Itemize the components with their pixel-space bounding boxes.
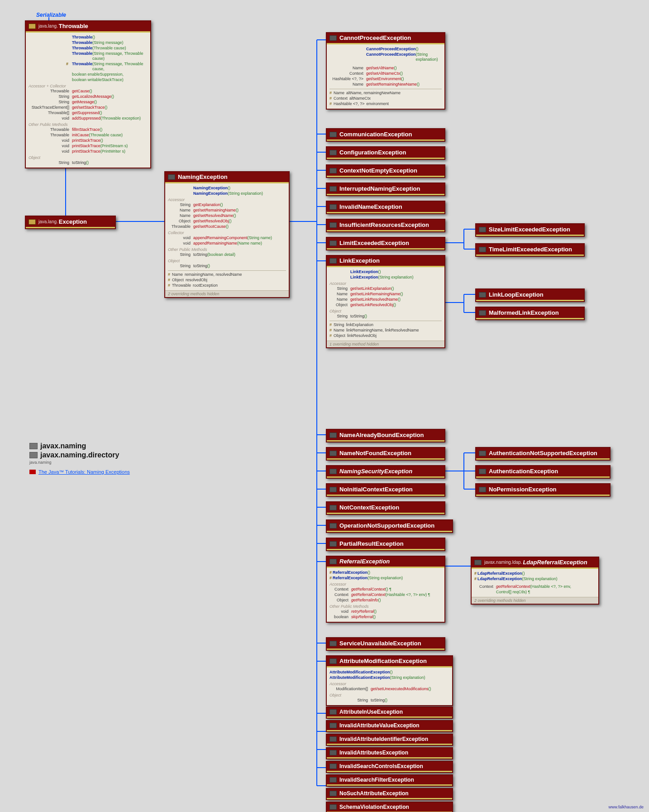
class-icon: [329, 709, 337, 715]
legend: javax.naming javax.naming.directory java…: [29, 442, 192, 475]
class-operation-not-supported: OperationNotSupportedException: [326, 519, 453, 533]
throwable-body: Throwable() Throwable(String message) Th…: [26, 33, 150, 168]
class-icon: [329, 523, 337, 529]
class-invalid-search-filter-b: InvalidSearchFilterException: [326, 774, 453, 787]
class-referral: ReferralException #ReferralException() #…: [326, 556, 445, 623]
class-ldap-referral: javax.naming.ldap.LdapReferralException …: [471, 557, 599, 605]
class-malformed-link: MalformedLinkException: [475, 307, 585, 320]
class-invalid-name: InvalidNameException: [326, 201, 445, 214]
class-icon: [479, 247, 486, 252]
class-icon: [329, 451, 337, 456]
class-service-unavailable: ServiceUnavailableException: [326, 637, 445, 651]
class-no-permission: NoPermissionException: [475, 483, 611, 497]
class-icon: [329, 658, 337, 664]
tutorial-icon: [29, 470, 36, 474]
class-exception: java.lang. Exception: [25, 216, 116, 229]
class-limit-exceeded: LimitExceededException: [326, 237, 445, 250]
class-icon: [329, 432, 337, 438]
class-icon: [329, 487, 337, 492]
class-icon: [329, 559, 337, 564]
class-icon: [329, 168, 337, 173]
class-icon: [29, 219, 36, 225]
package-icon: [29, 452, 38, 458]
class-icon: [329, 505, 337, 510]
class-insufficient: InsufficientResourcesException: [326, 219, 445, 232]
class-icon: [329, 186, 337, 192]
class-icon: [329, 132, 337, 137]
class-icon: [329, 723, 337, 728]
class-icon: [329, 240, 337, 246]
legend-pkg-1: javax.naming: [29, 442, 192, 450]
class-no-such-attribute-b: NoSuchAttributeException: [326, 788, 453, 800]
class-icon: [479, 487, 486, 492]
class-naming-security: NamingSecurityException: [326, 465, 445, 479]
tutorial-link[interactable]: The Java™ Tutorials: Naming Exceptions: [29, 469, 192, 475]
class-partial-result: PartialResultException: [326, 538, 445, 551]
class-interrupted: InterruptedNamingException: [326, 183, 445, 196]
class-time-limit: TimeLimitExceededException: [475, 243, 585, 257]
throwable-header: java.lang. Throwable: [26, 21, 150, 33]
class-schema-violation-b: SchemaViolationException: [326, 802, 453, 812]
class-no-initial-context: NoInitialContextException: [326, 483, 445, 497]
class-invalid-attributes-b: InvalidAttributesException: [326, 747, 453, 759]
class-icon: [329, 736, 337, 742]
class-not-context: NotContextException: [326, 501, 445, 515]
class-icon: [479, 227, 486, 232]
class-icon: [474, 560, 482, 565]
class-communication: CommunicationException: [326, 128, 445, 142]
class-icon: [479, 310, 486, 316]
class-invalid-attribute-identifier-b: InvalidAttributeIdentifierException: [326, 734, 453, 746]
class-link-loop: LinkLoopException: [475, 288, 585, 302]
credit: www.falkhausen.de: [608, 805, 644, 809]
class-icon: [479, 451, 486, 456]
class-icon: [479, 292, 486, 298]
class-icon: [329, 222, 337, 228]
class-attribute-in-use-b: AttributeInUseException: [326, 706, 453, 719]
legend-pkg-2: javax.naming.directory: [29, 451, 192, 459]
class-name-already-bound: NameAlreadyBoundException: [326, 429, 445, 442]
class-context-not-empty: ContextNotEmptyException: [326, 164, 445, 178]
class-throwable: java.lang. Throwable Throwable() Throwab…: [25, 20, 151, 168]
class-name-not-found: NameNotFoundException: [326, 447, 445, 461]
class-authentication: AuthenticationException: [475, 465, 611, 479]
class-invalid-search-controls-b: InvalidSearchControlsException: [326, 761, 453, 773]
class-size-limit: SizeLimitExceededException: [475, 223, 585, 237]
class-icon: [329, 150, 337, 155]
serializable-label: Serializable: [36, 12, 66, 18]
class-icon: [329, 469, 337, 474]
class-cannot-proceed: CannotProceedException CannotProceedExce…: [326, 32, 445, 110]
class-icon: [329, 750, 337, 755]
class-icon: [329, 764, 337, 769]
diagram-canvas: Serializable java.lang. Throwable Throwa…: [0, 0, 649, 812]
class-icon: [479, 469, 486, 474]
class-auth-not-supported: AuthenticationNotSupportedException: [475, 447, 611, 461]
class-icon: [329, 258, 337, 264]
class-invalid-attribute-value-b: InvalidAttributeValueException: [326, 720, 453, 732]
class-icon: [29, 24, 36, 29]
class-icon: [329, 791, 337, 796]
class-link-exception: LinkException LinkException() LinkExcept…: [326, 255, 445, 348]
class-icon: [329, 641, 337, 646]
class-naming-exception: NamingException NamingException() Naming…: [164, 171, 290, 298]
class-configuration: ConfigurationException: [326, 146, 445, 160]
class-icon: [329, 35, 337, 41]
class-attribute-modification: AttributeModificationException Attribute…: [326, 655, 453, 706]
class-icon: [329, 804, 337, 810]
class-icon: [329, 204, 337, 210]
package-icon: [29, 443, 38, 449]
class-icon: [329, 541, 337, 547]
class-icon: [168, 174, 175, 180]
class-icon: [329, 777, 337, 783]
